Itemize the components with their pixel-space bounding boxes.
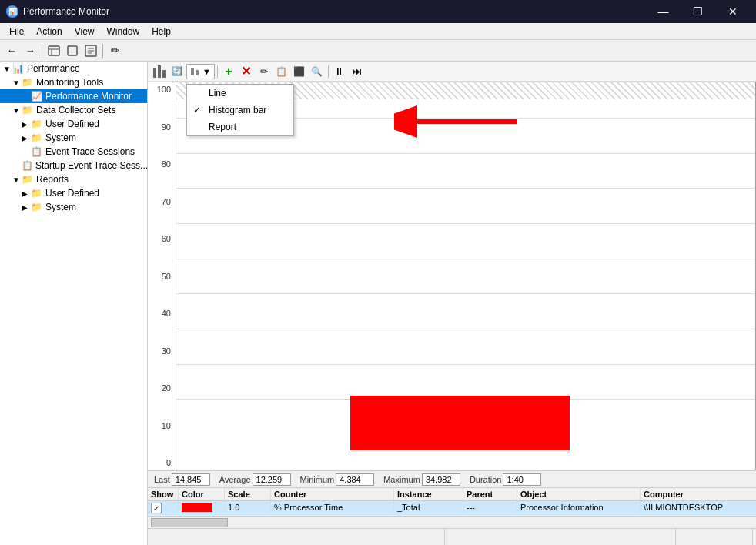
- col-header-color: Color: [179, 488, 225, 500]
- properties-button[interactable]: [82, 42, 99, 59]
- average-value: 12.259: [256, 475, 283, 484]
- tree-item-data-collector-sets[interactable]: ▼ 📁 Data Collector Sets: [0, 103, 147, 117]
- toolbar-sep-1: [42, 44, 42, 58]
- menu-help[interactable]: Help: [146, 25, 177, 38]
- svg-rect-10: [162, 70, 166, 78]
- edit-button[interactable]: ✏: [106, 42, 123, 59]
- plot-area: [176, 82, 756, 470]
- check-histogram: ✓: [193, 105, 201, 115]
- grid-line-80: [176, 153, 755, 154]
- main-toolbar: ← → ✏: [0, 40, 756, 62]
- view-dropdown-button[interactable]: ▼: [186, 64, 215, 79]
- histogram-bar: [350, 396, 570, 450]
- label-histogram: Histogram bar: [209, 105, 266, 115]
- y-label-60: 60: [149, 234, 174, 243]
- chart-type-button[interactable]: [151, 64, 168, 79]
- label-report: Report: [209, 122, 236, 132]
- toolbar-sep-2: [102, 44, 103, 58]
- tree-item-monitoring-tools[interactable]: ▼ 📁 Monitoring Tools: [0, 75, 147, 89]
- tree-item-performance[interactable]: ▼ 📊 Performance: [0, 62, 147, 75]
- stats-bar: Last 14.845 Average 12.259 Minimum 4.384…: [148, 470, 756, 487]
- highlight-button[interactable]: ✏: [256, 64, 273, 79]
- y-label-50: 50: [149, 272, 174, 281]
- scrollbar-area[interactable]: [148, 516, 756, 528]
- row-show[interactable]: ✓: [148, 501, 179, 515]
- zoom-button[interactable]: 🔍: [309, 64, 326, 79]
- grid-line-20: [176, 364, 755, 365]
- back-button[interactable]: ←: [3, 42, 20, 59]
- title-bar-left: 📊 Performance Monitor: [6, 5, 109, 18]
- tree-item-event-trace-sessions[interactable]: 📋 Event Trace Sessions: [0, 145, 147, 159]
- arrow-rud: ▶: [22, 189, 31, 198]
- y-label-100: 100: [149, 85, 174, 94]
- forward-button[interactable]: →: [22, 42, 38, 59]
- maximum-value: 34.982: [426, 475, 452, 484]
- restore-button[interactable]: ❐: [681, 0, 715, 23]
- minimize-button[interactable]: —: [646, 0, 681, 23]
- y-label-20: 20: [149, 383, 174, 393]
- dropdown-item-report[interactable]: Report: [187, 119, 293, 135]
- copy-image-button[interactable]: 📋: [273, 64, 290, 79]
- tree-item-user-defined[interactable]: ▶ 📁 User Defined: [0, 117, 147, 131]
- last-label: Last: [154, 475, 170, 484]
- menu-window[interactable]: Window: [101, 25, 146, 38]
- left-panel: ▼ 📊 Performance ▼ 📁 Monitoring Tools 📈 P…: [0, 62, 148, 545]
- delete-counter-button[interactable]: ✕: [238, 64, 255, 79]
- menu-action[interactable]: Action: [30, 25, 68, 38]
- counter-table: Show Color Scale Counter Instance Parent…: [148, 487, 756, 516]
- label-monitoring-tools: Monitoring Tools: [36, 77, 103, 88]
- label-event-trace-sessions: Event Trace Sessions: [45, 146, 135, 157]
- col-header-counter: Counter: [271, 488, 394, 500]
- status-bar: [148, 528, 756, 545]
- row-computer: \\ILMIONTDESKTOP: [641, 501, 756, 515]
- dropdown-arrow-icon: ▼: [202, 67, 211, 76]
- label-user-defined: User Defined: [45, 119, 99, 129]
- view-dropdown-menu: Line ✓ Histogram bar Report: [186, 84, 294, 136]
- menu-file[interactable]: File: [3, 25, 30, 38]
- label-system: System: [45, 132, 76, 143]
- tree-item-performance-monitor[interactable]: 📈 Performance Monitor: [0, 89, 147, 103]
- refresh-button[interactable]: 🔄: [169, 64, 186, 79]
- label-performance-monitor: Performance Monitor: [45, 91, 132, 102]
- tree-item-system[interactable]: ▶ 📁 System: [0, 131, 147, 145]
- label-data-collector-sets: Data Collector Sets: [36, 105, 115, 115]
- next-button[interactable]: ⏭: [349, 64, 366, 79]
- show-hide-button[interactable]: [45, 42, 62, 59]
- title-bar-controls: — ❐ ✕: [646, 0, 750, 23]
- menu-view[interactable]: View: [69, 25, 101, 38]
- y-axis: 100 90 80 70 60 50 40 30 20 10 0: [148, 82, 176, 470]
- show-checkbox[interactable]: ✓: [151, 503, 162, 513]
- label-reports-user-defined: User Defined: [45, 188, 99, 199]
- close-button[interactable]: ✕: [715, 0, 750, 23]
- maximum-label: Maximum: [383, 475, 420, 484]
- dropdown-item-line[interactable]: Line: [187, 85, 293, 102]
- y-label-40: 40: [149, 309, 174, 318]
- tree-item-reports-user-defined[interactable]: ▶ 📁 User Defined: [0, 186, 147, 200]
- icon-rs: 📁: [31, 202, 43, 212]
- label-line: Line: [209, 88, 226, 99]
- grid-line-40: [176, 293, 755, 294]
- pause-button[interactable]: ⏸: [331, 64, 348, 79]
- tree-item-reports[interactable]: ▼ 📁 Reports: [0, 172, 147, 186]
- minimum-value: 4.384: [340, 475, 361, 484]
- arrow-reports: ▼: [12, 176, 22, 184]
- icon-ets: 📋: [31, 146, 43, 157]
- duration-value-box: 1:40: [503, 473, 541, 486]
- icon-performance: 📊: [12, 63, 25, 74]
- icon-dcs: 📁: [22, 105, 34, 115]
- menu-bar: File Action View Window Help: [0, 23, 756, 40]
- new-window-button[interactable]: [64, 42, 81, 59]
- tree-item-startup-event-trace[interactable]: 📋 Startup Event Trace Sess...: [0, 159, 147, 172]
- minimum-value-box: 4.384: [336, 473, 374, 486]
- add-counter-button[interactable]: +: [220, 64, 237, 79]
- tree-item-reports-system[interactable]: ▶ 📁 System: [0, 200, 147, 214]
- properties-chart-button[interactable]: ⬛: [291, 64, 308, 79]
- grid-line-60: [176, 223, 755, 224]
- horizontal-scrollbar[interactable]: [151, 518, 228, 527]
- icon-system: 📁: [31, 132, 43, 143]
- dropdown-item-histogram[interactable]: ✓ Histogram bar: [187, 102, 293, 119]
- main-container: ▼ 📊 Performance ▼ 📁 Monitoring Tools 📈 P…: [0, 62, 756, 545]
- table-row[interactable]: ✓ 1.0 % Processor Time _Total --- Proces…: [148, 501, 756, 516]
- color-indicator: [182, 503, 212, 512]
- arrow-dcs: ▼: [12, 106, 22, 115]
